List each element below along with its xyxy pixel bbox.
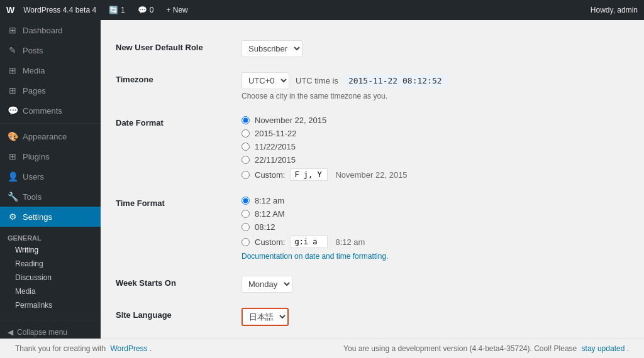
- collapse-menu-label: Collapse menu: [17, 328, 67, 337]
- sidebar-label-pages: Pages: [23, 86, 46, 95]
- row-week-starts-on: Week Starts On Monday: [116, 268, 629, 300]
- radio-date-format-custom[interactable]: [242, 171, 250, 179]
- radio-time-format-1[interactable]: [242, 197, 250, 205]
- row-new-user-role: New User Default Role Subscriber: [116, 33, 629, 65]
- adminbar-site-name[interactable]: WordPress 4.4 beta 4: [19, 6, 100, 14]
- sidebar-item-settings[interactable]: ⚙ Settings: [0, 207, 101, 227]
- submenu-item-permalinks[interactable]: Permalinks: [0, 298, 101, 312]
- date-format-option-2[interactable]: 2015-11-22: [242, 129, 629, 138]
- plugins-icon: ⊞: [8, 151, 18, 161]
- date-custom-input[interactable]: [290, 168, 328, 181]
- time-format-custom[interactable]: Custom: 8:12 am: [242, 236, 629, 248]
- date-format-option-1[interactable]: November 22, 2015: [242, 116, 629, 125]
- radio-date-format-4[interactable]: [242, 156, 250, 164]
- admin-bar: W WordPress 4.4 beta 4 🔄 1 💬 0 + New How…: [0, 0, 644, 20]
- date-custom-label: Custom:: [255, 170, 285, 180]
- sidebar-item-media[interactable]: ⊞ Media: [0, 60, 101, 80]
- sidebar-label-posts: Posts: [23, 46, 43, 55]
- select-week-starts-on[interactable]: Monday: [242, 276, 292, 293]
- sidebar-label-tools: Tools: [23, 192, 42, 202]
- pages-icon: ⊞: [8, 85, 18, 95]
- utc-prefix: UTC time is: [296, 76, 338, 85]
- footer-left: Thank you for creating with WordPress .: [15, 344, 152, 353]
- posts-icon: ✎: [8, 45, 18, 55]
- submenu-section-label: General: [0, 232, 101, 243]
- row-time-format: Time Format 8:12 am 8:12 AM: [116, 188, 629, 268]
- select-new-user-role[interactable]: Subscriber: [242, 40, 303, 57]
- label-new-user-role: New User Default Role: [116, 33, 242, 65]
- footer-stay-updated-link[interactable]: stay updated: [582, 344, 625, 353]
- radio-date-format-2[interactable]: [242, 129, 250, 138]
- main-content: New User Default Role Subscriber Timezon…: [101, 20, 644, 339]
- adminbar-howdy: Howdy, admin: [591, 6, 638, 14]
- submenu-item-reading[interactable]: Reading: [0, 257, 101, 271]
- dashboard-icon: ⊞: [8, 25, 18, 35]
- date-time-doc-link[interactable]: Documentation on date and time formattin…: [242, 252, 388, 261]
- sidebar-item-comments[interactable]: 💬 Comments: [0, 100, 101, 121]
- utc-time: 2015-11-22 08:12:52: [345, 75, 446, 87]
- sidebar-item-users[interactable]: 👤 Users: [0, 166, 101, 187]
- time-custom-input[interactable]: [290, 236, 328, 248]
- users-icon: 👤: [8, 171, 18, 182]
- radio-time-format-custom[interactable]: [242, 238, 250, 246]
- wp-logo[interactable]: W: [6, 5, 14, 15]
- date-format-option-3[interactable]: 11/22/2015: [242, 142, 629, 151]
- sidebar-label-users: Users: [23, 172, 44, 182]
- time-format-option-3[interactable]: 08:12: [242, 222, 629, 232]
- sidebar-label-dashboard: Dashboard: [23, 26, 63, 35]
- radio-date-format-1[interactable]: [242, 116, 250, 124]
- media-icon: ⊞: [8, 65, 18, 75]
- admin-sidebar: ⊞ Dashboard ✎ Posts ⊞ Media ⊞ Pages 💬 Co…: [0, 20, 101, 339]
- time-custom-label: Custom:: [255, 237, 285, 247]
- select-timezone[interactable]: UTC+0: [242, 72, 289, 89]
- footer-wp-link[interactable]: WordPress: [110, 344, 147, 353]
- sidebar-item-tools[interactable]: 🔧 Tools: [0, 187, 101, 207]
- collapse-arrow-icon: ◀: [8, 328, 13, 337]
- label-site-language: Site Language: [116, 300, 242, 334]
- comments-icon: 💬: [8, 106, 18, 116]
- adminbar-updates[interactable]: 🔄 1: [105, 6, 129, 14]
- date-format-options: November 22, 2015 2015-11-22 11/22/2015: [242, 116, 629, 181]
- submenu-general-section: General Writing Reading Discussion Media…: [0, 227, 101, 317]
- footer-version-text: You are using a development version (4.4…: [343, 344, 577, 353]
- menu-divider-2: [0, 320, 101, 320]
- sidebar-item-posts[interactable]: ✎ Posts: [0, 40, 101, 60]
- menu-divider-1: [0, 123, 101, 124]
- timezone-row: UTC+0 UTC time is 2015-11-22 08:12:52: [242, 72, 629, 89]
- label-time-format: Time Format: [116, 188, 242, 268]
- date-custom-preview: November 22, 2015: [335, 170, 407, 180]
- sidebar-item-pages[interactable]: ⊞ Pages: [0, 80, 101, 100]
- footer-thank-you: Thank you for creating with: [15, 344, 106, 353]
- appearance-icon: 🎨: [8, 131, 18, 141]
- radio-time-format-2[interactable]: [242, 210, 250, 218]
- collapse-menu-button[interactable]: ◀ Collapse menu: [0, 323, 101, 339]
- settings-icon: ⚙: [8, 212, 18, 222]
- footer-period: .: [150, 344, 152, 353]
- radio-time-format-3[interactable]: [242, 223, 250, 231]
- timezone-hint: Choose a city in the same timezone as yo…: [242, 92, 629, 100]
- sidebar-label-settings: Settings: [23, 212, 52, 222]
- row-site-language: Site Language 日本語: [116, 300, 629, 334]
- select-site-language[interactable]: 日本語: [242, 308, 289, 326]
- sidebar-item-appearance[interactable]: 🎨 Appearance: [0, 126, 101, 146]
- time-format-option-1[interactable]: 8:12 am: [242, 196, 629, 205]
- sidebar-label-media: Media: [23, 66, 45, 75]
- radio-date-format-3[interactable]: [242, 143, 250, 151]
- submenu-item-media-sub[interactable]: Media: [0, 285, 101, 298]
- footer-right: You are using a development version (4.4…: [343, 344, 629, 353]
- adminbar-new[interactable]: + New: [162, 6, 191, 14]
- submenu-item-discussion[interactable]: Discussion: [0, 271, 101, 285]
- footer-bar: Thank you for creating with WordPress . …: [0, 339, 644, 358]
- sidebar-item-plugins[interactable]: ⊞ Plugins: [0, 146, 101, 166]
- submenu-item-writing[interactable]: Writing: [0, 243, 101, 257]
- date-format-custom[interactable]: Custom: November 22, 2015: [242, 168, 629, 181]
- label-date-format: Date Format: [116, 108, 242, 188]
- settings-form-table: New User Default Role Subscriber Timezon…: [116, 33, 629, 334]
- time-custom-preview: 8:12 am: [335, 237, 365, 247]
- adminbar-comments[interactable]: 💬 0: [134, 6, 158, 14]
- sidebar-item-dashboard[interactable]: ⊞ Dashboard: [0, 20, 101, 40]
- tools-icon: 🔧: [8, 192, 18, 202]
- date-format-option-4[interactable]: 22/11/2015: [242, 155, 629, 165]
- label-timezone: Timezone: [116, 65, 242, 108]
- time-format-option-2[interactable]: 8:12 AM: [242, 209, 629, 219]
